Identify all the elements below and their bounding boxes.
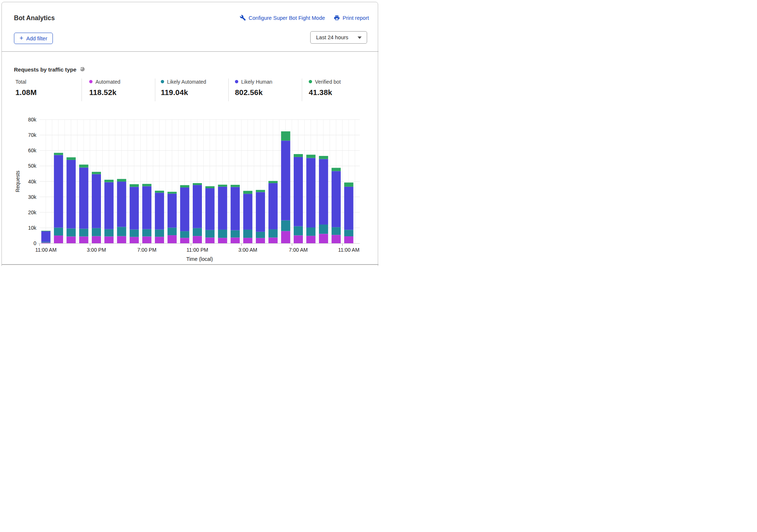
bar-segment [344, 236, 354, 243]
bar-segment [167, 194, 177, 228]
verified-bot-dot [309, 80, 312, 83]
printer-icon [334, 15, 340, 21]
bar-segment [306, 236, 315, 243]
bar-segment [180, 231, 189, 238]
bar-segment [205, 188, 214, 230]
header-actions: Configure Super Bot Fight Mode Print rep… [240, 15, 369, 21]
bar-segment [281, 131, 290, 141]
bar-segment [155, 193, 164, 229]
chevron-down-icon [357, 34, 362, 41]
bar-segment [66, 236, 76, 243]
section-title: Requests by traffic type [14, 66, 85, 73]
bar-segment [180, 185, 189, 187]
bar-segment [344, 230, 354, 236]
bar-segment [319, 225, 328, 234]
bar-segment [41, 242, 51, 243]
bar-segment [268, 181, 278, 183]
bar-segment [268, 237, 278, 243]
header-divider [2, 51, 378, 52]
stat-automated-label: Automated [95, 79, 120, 85]
y-axis-tick-label: 80k [28, 117, 37, 123]
bar-segment [231, 230, 240, 238]
bar-segment [41, 231, 51, 242]
bar-segment [66, 229, 76, 237]
stat-likely-automated: Likely Automated 119.04k [161, 79, 206, 97]
print-link-label: Print report [343, 15, 369, 21]
stats-divider [302, 79, 302, 101]
y-axis-tick-label: 40k [28, 179, 37, 185]
bar-segment [268, 183, 278, 229]
bar-segment [332, 235, 341, 243]
bar-segment [218, 187, 227, 230]
bar-segment [41, 243, 51, 243]
x-axis-tick-label: 11:00 PM [186, 247, 208, 253]
bar-segment [142, 229, 152, 237]
y-axis-tick-label: 30k [28, 194, 37, 200]
print-report-link[interactable]: Print report [334, 15, 369, 21]
bar-segment [66, 157, 76, 160]
time-range-select[interactable]: Last 24 hours [310, 31, 367, 44]
bar-segment [167, 227, 177, 235]
stat-likely-human-label: Likely Human [241, 79, 272, 85]
bar-segment [130, 237, 139, 243]
bar-segment [130, 184, 139, 187]
bar-segment [243, 194, 253, 230]
bar-segment [193, 183, 202, 185]
bar-segment [167, 192, 177, 194]
bar-segment [79, 236, 88, 243]
bar-segment [344, 182, 354, 186]
bar-segment [319, 156, 328, 159]
x-axis-tick-label: 7:00 PM [137, 247, 156, 253]
bar-segment [117, 236, 126, 243]
bar-segment [306, 158, 315, 227]
time-range-value: Last 24 hours [316, 34, 357, 40]
bar-segment [104, 236, 113, 243]
bar-segment [231, 237, 240, 243]
bar-segment [180, 238, 189, 243]
bar-segment [130, 187, 139, 229]
bar-segment [54, 236, 63, 243]
bar-segment [243, 238, 253, 243]
bar-segment [117, 182, 126, 227]
stats-divider [228, 79, 229, 101]
bar-segment [268, 229, 278, 237]
stat-verified-bot: Verified bot 41.38k [309, 79, 341, 97]
bar-segment [281, 141, 290, 220]
x-axis-title: Time (local) [186, 256, 213, 262]
bar-segment [79, 168, 88, 229]
bar-segment [92, 236, 101, 243]
bar-segment [281, 221, 290, 231]
requests-chart: 010k20k30k40k50k60k70k80k11:00 AM3:00 PM… [0, 110, 378, 263]
bar-segment [193, 185, 202, 228]
bar-segment [117, 179, 126, 182]
stat-likely-automated-label: Likely Automated [167, 79, 206, 85]
bar-segment [332, 227, 341, 235]
y-axis-tick-label: 60k [28, 147, 37, 153]
configure-super-bot-fight-mode-link[interactable]: Configure Super Bot Fight Mode [240, 15, 325, 21]
bar-segment [130, 230, 139, 237]
bar-segment [332, 171, 341, 227]
bar-segment [66, 160, 76, 229]
bar-segment [243, 230, 253, 238]
bar-segment [142, 184, 152, 186]
x-axis-tick-label: 7:00 AM [289, 247, 308, 253]
stat-automated-value: 118.52k [89, 88, 120, 97]
stats-divider [82, 79, 82, 101]
automated-dot [89, 80, 93, 83]
add-filter-button[interactable]: + Add filter [14, 33, 53, 44]
stat-automated: Automated 118.52k [89, 79, 120, 97]
y-axis-tick-label: 0 [33, 240, 36, 246]
stat-verified-bot-value: 41.38k [309, 88, 341, 97]
stat-likely-human-value: 802.56k [235, 88, 272, 97]
stat-total: Total 1.08M [15, 79, 37, 97]
likely-automated-dot [161, 80, 164, 83]
bar-segment [205, 230, 214, 238]
bar-segment [218, 230, 227, 238]
y-axis-tick-label: 10k [28, 225, 37, 231]
bar-segment [256, 190, 265, 192]
bar-segment [41, 231, 51, 231]
y-axis-tick-label: 50k [28, 163, 37, 169]
bar-segment [54, 227, 63, 235]
bar-segment [306, 227, 315, 236]
bar-segment [54, 153, 63, 155]
